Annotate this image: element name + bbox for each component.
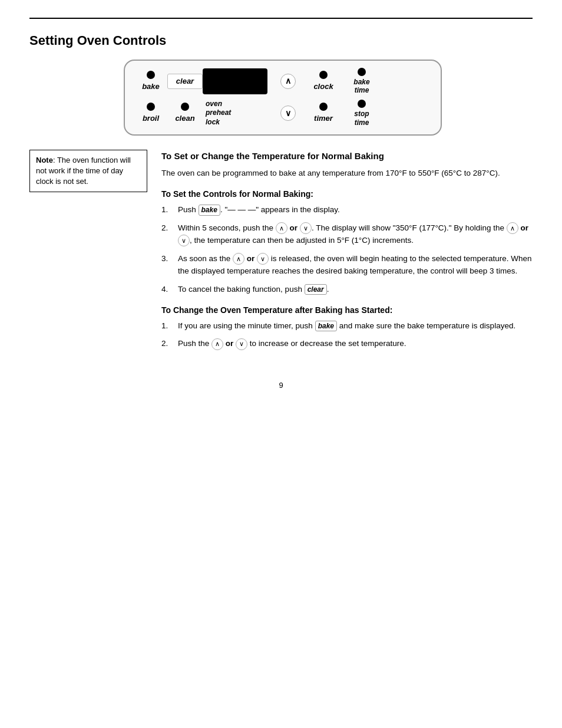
- down-arrow-icon[interactable]: ∨: [280, 106, 296, 121]
- step-4-text: To cancel the baking function, push clea…: [178, 284, 533, 296]
- oven-preheat-lock-group[interactable]: oven preheat lock: [203, 100, 273, 127]
- steps-list-1: 1. Push bake. "— — —" appears in the dis…: [161, 204, 533, 296]
- clear-label: clear: [176, 75, 194, 87]
- broil-dot: [147, 103, 155, 111]
- lock-row: lock: [203, 118, 220, 127]
- step-1-num: 1.: [161, 204, 174, 216]
- broil-button[interactable]: broil: [134, 103, 167, 124]
- down-arrow-inline-2: ∨: [178, 235, 190, 246]
- clean-label: clean: [175, 113, 194, 124]
- bake-time-label: baketime: [353, 78, 369, 95]
- preheat-row: preheat: [203, 108, 231, 118]
- clear-inline-btn: clear: [305, 284, 327, 295]
- down-arrow-inline-1: ∨: [300, 222, 312, 234]
- step-2-num: 2.: [161, 222, 174, 235]
- stop-time-dot: [358, 100, 366, 108]
- broil-label: broil: [143, 113, 159, 124]
- main-content: Note: The oven function will not work if…: [29, 150, 533, 357]
- stop-time-label: stoptime: [354, 110, 369, 127]
- sub-heading-1: To Set the Controls for Normal Baking:: [161, 188, 533, 200]
- page-title: Setting Oven Controls: [29, 31, 533, 50]
- step-4: 4. To cancel the baking function, push c…: [161, 284, 533, 296]
- lock-label: lock: [206, 118, 220, 127]
- bake-time-button[interactable]: baketime: [344, 68, 379, 95]
- intro-text: The oven can be programmed to bake at an…: [161, 167, 533, 180]
- sub-heading-2: To Change the Oven Temperature after Bak…: [161, 304, 533, 317]
- page: Setting Oven Controls bake clear ∧: [0, 0, 562, 409]
- step-2-1-num: 1.: [161, 320, 174, 332]
- preheat-label: preheat: [206, 108, 231, 118]
- step-4-num: 4.: [161, 284, 174, 296]
- panel-diagram: bake clear ∧ clock: [124, 60, 442, 136]
- note-colon: :: [53, 156, 57, 164]
- up-arrow-icon[interactable]: ∧: [280, 74, 296, 89]
- timer-label: timer: [314, 113, 333, 124]
- clock-label: clock: [313, 81, 333, 93]
- section-heading: To Set or Change the Temperature for Nor…: [161, 150, 533, 163]
- bake-dot: [147, 71, 155, 79]
- step-1-text: Push bake. "— — —" appears in the displa…: [178, 204, 533, 216]
- step-3-text: As soon as the ∧ or ∨ is released, the o…: [178, 253, 533, 278]
- up-arrow-inline-1: ∧: [276, 222, 287, 234]
- bake-time-dot: [358, 68, 366, 76]
- timer-button[interactable]: timer: [303, 103, 344, 124]
- step-2: 2. Within 5 seconds, push the ∧ or ∨. Th…: [161, 222, 533, 247]
- page-number: 9: [29, 380, 533, 391]
- down-arrow-inline-3: ∨: [257, 253, 269, 265]
- step-3-num: 3.: [161, 253, 174, 265]
- down-arrow-inline-4: ∨: [236, 338, 247, 350]
- step-2-1-text: If you are using the minute timer, push …: [178, 320, 533, 332]
- up-arrow-inline-3: ∧: [233, 253, 244, 265]
- left-column: Note: The oven function will not work if…: [29, 150, 147, 357]
- up-arrow-inline-2: ∧: [507, 222, 518, 234]
- oven-label: oven: [206, 100, 222, 109]
- panel-row-1: bake clear ∧ clock: [134, 68, 431, 95]
- clean-button[interactable]: clean: [167, 103, 203, 124]
- right-column: To Set or Change the Temperature for Nor…: [161, 150, 533, 357]
- oven-row: oven: [203, 100, 222, 109]
- up-arrow-inline-4: ∧: [211, 338, 223, 350]
- step-2-1: 1. If you are using the minute timer, pu…: [161, 320, 533, 332]
- clock-dot: [319, 71, 328, 79]
- step-2-2: 2. Push the ∧ or ∨ to increase or decrea…: [161, 338, 533, 350]
- note-label: Note: [36, 156, 53, 164]
- panel-row-2: broil clean oven preheat: [134, 100, 431, 127]
- stop-time-button[interactable]: stoptime: [344, 100, 379, 127]
- bake-inline-btn: bake: [199, 205, 220, 216]
- clear-button[interactable]: clear: [167, 74, 203, 89]
- bake-label: bake: [142, 81, 160, 93]
- steps-list-2: 1. If you are using the minute timer, pu…: [161, 320, 533, 351]
- step-2-text: Within 5 seconds, push the ∧ or ∨. The d…: [178, 222, 533, 247]
- bake-inline-btn-2: bake: [315, 321, 337, 332]
- step-1: 1. Push bake. "— — —" appears in the dis…: [161, 204, 533, 216]
- bake-button[interactable]: bake: [134, 71, 167, 93]
- step-2-2-text: Push the ∧ or ∨ to increase or decrease …: [178, 338, 533, 350]
- control-panel-area: bake clear ∧ clock: [29, 60, 533, 136]
- step-2-2-num: 2.: [161, 338, 174, 350]
- up-arrow-button[interactable]: ∧: [273, 74, 303, 89]
- top-rule: [29, 18, 533, 19]
- down-arrow-button[interactable]: ∨: [273, 106, 303, 121]
- display-screen: [203, 68, 267, 94]
- step-3: 3. As soon as the ∧ or ∨ is released, th…: [161, 253, 533, 278]
- clock-button[interactable]: clock: [303, 71, 344, 93]
- timer-dot: [319, 103, 328, 111]
- note-box: Note: The oven function will not work if…: [29, 150, 147, 193]
- clean-dot: [181, 103, 189, 111]
